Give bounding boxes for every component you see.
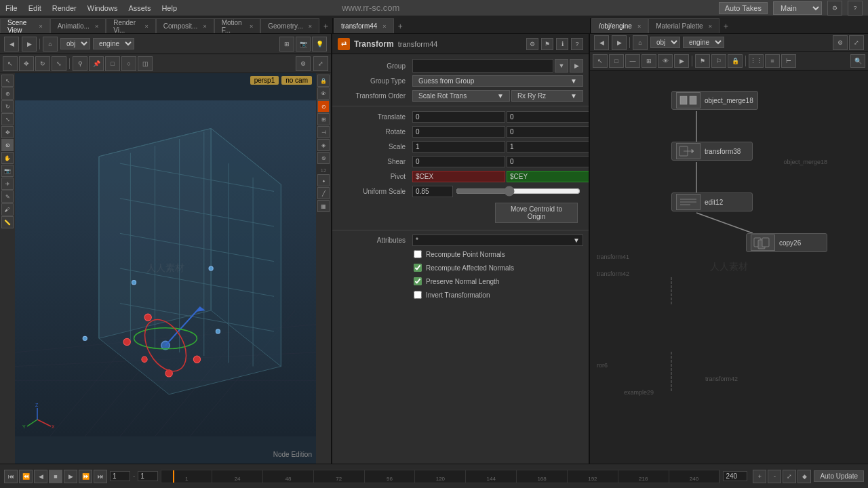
cam-icon[interactable]: 📷 [296,37,311,52]
menu-help[interactable]: Help [161,4,177,12]
points-icon[interactable]: ⬥ [317,174,330,186]
node-connect-btn[interactable]: — [625,54,640,68]
tab-motion[interactable]: Motion F... × [214,18,261,33]
select-icon[interactable]: ↖ [3,56,18,71]
cam-badge[interactable]: no cam [281,76,312,85]
close-icon[interactable]: × [145,23,149,30]
persp-badge[interactable]: persp1 [250,76,279,85]
close-icon[interactable]: × [309,23,312,30]
engine-dropdown[interactable]: engine [93,38,134,49]
tab-animation[interactable]: Animatio... × [50,18,106,33]
info-icon[interactable]: ℹ [556,38,568,50]
timeline-track[interactable]: 1 24 48 72 96 120 144 168 192 216 240 [161,470,720,483]
rotate-order-dropdown[interactable]: Rx Ry Rz ▼ [511,90,583,102]
group-arrow-btn[interactable]: ▶ [570,59,583,73]
faces-icon[interactable]: ▦ [317,200,330,212]
close-icon[interactable]: × [95,23,98,30]
node-copy26[interactable]: copy26 [746,233,827,252]
viewport-3d[interactable]: ↖ ⊕ ↻ ⤡ ✥ ⊙ ✋ 📷 ✈ ✎ 🖌 📏 [0,73,331,464]
end-frame-input[interactable] [723,471,747,481]
tab-material-palette[interactable]: Material Palette × [648,18,719,33]
rotate-tool[interactable]: ↻ [1,100,14,113]
gear-icon[interactable]: ⚙ [526,38,538,50]
lock-icon[interactable]: 🔒 [317,75,330,87]
cb-preserve-normal[interactable] [414,277,422,285]
wire-icon[interactable]: ◫ [138,56,153,71]
prev-frame-btn[interactable]: ⏪ [19,470,33,483]
magnet-icon[interactable]: ⚲ [73,56,87,71]
measure-tool[interactable]: 📏 [1,216,14,228]
handle-tool[interactable]: ✥ [1,126,14,138]
visibility-icon[interactable]: 👁 [317,87,330,100]
tab-scene-view[interactable]: Scene View × [0,18,50,33]
node-transform38[interactable]: transform38 [671,142,753,161]
tab-geometry[interactable]: Geometry... × [260,18,319,33]
edit-tool[interactable]: ✎ [1,190,14,203]
auto-takes-button[interactable]: Auto Takes [719,2,768,14]
camera-tool[interactable]: 📷 [1,165,14,177]
uniform-scale-input[interactable] [412,186,453,197]
shear-x[interactable] [412,156,505,167]
tl-zoom-in[interactable]: + [753,470,766,483]
tab-render[interactable]: Render Vi... × [106,18,156,33]
symmetry-icon[interactable]: ⊣ [317,126,330,138]
skip-end-btn[interactable]: ⏭ [94,470,107,483]
close-icon[interactable]: × [709,23,712,30]
node-lock-btn[interactable]: 🔒 [728,54,743,68]
tab-transform44[interactable]: transform44 × [334,18,394,33]
cb-invert-transform[interactable] [414,291,422,299]
play-back-btn[interactable]: ◀ [34,470,47,483]
node-layout-btn[interactable]: ⊞ [642,54,656,68]
main-dropdown[interactable]: Main [773,1,822,15]
help-icon[interactable]: ? [848,1,863,16]
isolate-icon[interactable]: ⊚ [317,152,330,164]
active-tool[interactable]: ⊙ [317,100,330,113]
cb-recompute-affected[interactable] [414,264,422,272]
fly-tool[interactable]: ✈ [1,178,14,190]
node-align-btn[interactable]: ≡ [765,54,780,68]
node-box-btn[interactable]: □ [609,54,624,68]
close-icon[interactable]: × [39,23,42,30]
expand-icon[interactable]: ⤢ [313,56,328,71]
node-engine-dropdown[interactable]: engine [683,37,724,48]
centroid-button[interactable]: Move Centroid to Origin [495,203,578,223]
translate-y[interactable] [507,111,589,123]
question-icon[interactable]: ? [571,38,583,50]
play-fwd-btn[interactable]: ▶ [64,470,77,483]
group-expand-btn[interactable]: ▼ [555,59,568,73]
menu-windows[interactable]: Windows [87,4,118,12]
pose-tool[interactable]: ✋ [1,152,14,164]
rotate-x[interactable] [412,126,505,138]
group-input[interactable] [412,59,553,73]
rotate-y[interactable] [507,126,589,138]
close-icon[interactable]: × [203,23,206,30]
menu-render[interactable]: Render [52,4,77,12]
obj-dropdown[interactable]: obj [60,38,90,49]
move-icon[interactable]: ✥ [19,56,34,71]
tl-zoom-out[interactable]: - [768,470,781,483]
close-icon[interactable]: × [637,23,641,30]
skip-start-btn[interactable]: ⏮ [4,470,18,483]
settings-icon[interactable]: ⚙ [296,56,311,71]
node-dist-btn[interactable]: ⊢ [781,54,796,68]
stop-btn[interactable]: ■ [49,470,62,483]
add-tab-middle[interactable]: + [394,20,407,33]
shear-y[interactable] [507,156,589,167]
nav-fwd-btn[interactable]: ▶ [612,35,627,50]
attributes-dropdown[interactable]: * ▼ [412,235,583,246]
current-frame-input[interactable] [138,471,158,481]
tab-obj-engine[interactable]: /obj/engine × [591,18,648,33]
settings-icon[interactable]: ⚙ [827,1,842,16]
node-flag2-btn[interactable]: ⚐ [711,54,726,68]
next-frame-btn[interactable]: ⏩ [79,470,92,483]
translate-x[interactable] [412,111,505,123]
light-icon[interactable]: 💡 [312,37,327,52]
node-obj-dropdown[interactable]: obj [650,37,680,48]
scale-y[interactable] [507,141,589,152]
node-edit12[interactable]: edit12 [671,192,753,211]
tl-fit[interactable]: ⤢ [783,470,796,483]
layout-icon[interactable]: ⊞ [279,37,294,52]
auto-update-button[interactable]: Auto Update [814,470,864,482]
pivot-x[interactable] [412,171,505,182]
tab-composit[interactable]: Composit... × [156,18,214,33]
